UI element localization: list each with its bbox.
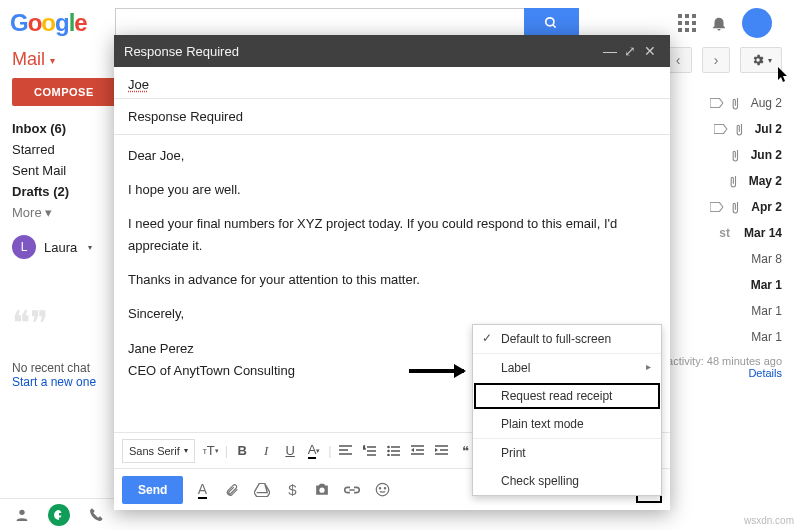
notifications-icon[interactable] bbox=[710, 14, 728, 32]
drive-icon bbox=[254, 483, 270, 497]
drive-button[interactable] bbox=[251, 479, 273, 501]
chevron-down-icon: ▾ bbox=[88, 243, 92, 252]
compose-title: Response Required bbox=[124, 44, 239, 59]
font-size-button[interactable]: тT▾ bbox=[199, 439, 223, 463]
person-icon[interactable] bbox=[14, 507, 30, 523]
search-button[interactable] bbox=[524, 8, 579, 38]
tag-icon bbox=[710, 202, 724, 212]
message-row[interactable]: Jul 2 bbox=[682, 116, 782, 142]
tag-icon bbox=[710, 98, 724, 108]
compose-header[interactable]: Response Required — ⤢ ✕ bbox=[114, 35, 670, 67]
outdent-icon bbox=[411, 445, 424, 456]
apps-icon[interactable] bbox=[678, 14, 696, 32]
menu-plaintext[interactable]: Plain text mode bbox=[473, 410, 661, 438]
svg-rect-9 bbox=[685, 28, 689, 32]
google-logo: Google bbox=[10, 9, 115, 37]
tag-icon bbox=[714, 124, 728, 134]
message-row[interactable]: Mar 1 bbox=[682, 324, 782, 350]
svg-point-31 bbox=[320, 488, 325, 493]
watermark: wsxdn.com bbox=[744, 515, 794, 526]
svg-rect-3 bbox=[685, 14, 689, 18]
link-icon bbox=[344, 485, 360, 495]
indent-button[interactable] bbox=[430, 439, 454, 463]
menu-print[interactable]: Print bbox=[473, 439, 661, 467]
attachment-icon bbox=[732, 97, 743, 110]
emoji-icon bbox=[375, 482, 390, 497]
attachment-icon bbox=[732, 201, 743, 214]
attachment-icon bbox=[732, 149, 743, 162]
to-field[interactable]: Joe bbox=[114, 67, 670, 98]
svg-rect-6 bbox=[685, 21, 689, 25]
search-icon bbox=[544, 16, 558, 30]
svg-point-0 bbox=[546, 17, 554, 25]
text-color-button[interactable]: A▾ bbox=[302, 439, 326, 463]
numlist-icon: 1 bbox=[363, 445, 376, 456]
indent-icon bbox=[435, 445, 448, 456]
message-row[interactable]: Apr 2 bbox=[682, 194, 782, 220]
link-button[interactable] bbox=[341, 479, 363, 501]
outdent-button[interactable] bbox=[406, 439, 430, 463]
user-avatar[interactable] bbox=[742, 8, 772, 38]
format-toggle-button[interactable]: A bbox=[191, 479, 213, 501]
font-select[interactable]: Sans Serif▾ bbox=[122, 439, 195, 463]
top-right-icons bbox=[678, 8, 790, 38]
emoji-button[interactable] bbox=[371, 479, 393, 501]
bullist-icon bbox=[387, 445, 400, 456]
search-box bbox=[115, 8, 678, 38]
phone-icon[interactable] bbox=[88, 507, 104, 523]
bold-button[interactable]: B bbox=[230, 439, 254, 463]
message-row[interactable]: Mar 1 bbox=[682, 298, 782, 324]
money-button[interactable]: $ bbox=[281, 479, 303, 501]
attach-button[interactable] bbox=[221, 479, 243, 501]
gear-icon bbox=[751, 53, 765, 67]
photo-button[interactable] bbox=[311, 479, 333, 501]
align-button[interactable] bbox=[334, 439, 358, 463]
pager-next-button[interactable]: › bbox=[702, 47, 730, 73]
message-row[interactable]: Jun 2 bbox=[682, 142, 782, 168]
activity-info: activity: 48 minutes ago Details bbox=[667, 355, 782, 379]
start-chat-link[interactable]: Start a new one bbox=[12, 375, 96, 389]
svg-point-19 bbox=[387, 446, 390, 449]
attachment-icon bbox=[736, 123, 747, 136]
cursor-icon bbox=[778, 67, 790, 83]
italic-button[interactable]: I bbox=[254, 439, 278, 463]
svg-rect-8 bbox=[678, 28, 682, 32]
svg-rect-7 bbox=[692, 21, 696, 25]
search-input[interactable] bbox=[115, 8, 525, 38]
menu-fullscreen[interactable]: Default to full-screen bbox=[473, 325, 661, 353]
svg-rect-5 bbox=[678, 21, 682, 25]
menu-spelling[interactable]: Check spelling bbox=[473, 467, 661, 495]
svg-point-11 bbox=[19, 509, 24, 514]
menu-read-receipt[interactable]: Request read receipt bbox=[473, 382, 661, 410]
activity-details-link[interactable]: Details bbox=[748, 367, 782, 379]
mail-dropdown[interactable]: Mail ▾ bbox=[0, 45, 130, 70]
svg-rect-4 bbox=[692, 14, 696, 18]
bullet-list-button[interactable] bbox=[382, 439, 406, 463]
send-button[interactable]: Send bbox=[122, 476, 183, 504]
menu-label[interactable]: Label bbox=[473, 354, 661, 382]
message-row[interactable]: Mar 1 bbox=[682, 272, 782, 298]
message-row[interactable]: stMar 14 bbox=[682, 220, 782, 246]
expand-button[interactable]: ⤢ bbox=[620, 43, 640, 59]
message-row[interactable]: Mar 8 bbox=[682, 246, 782, 272]
message-row[interactable]: May 2 bbox=[682, 168, 782, 194]
camera-icon bbox=[314, 483, 330, 496]
more-options-menu: Default to full-screen Label Request rea… bbox=[472, 324, 662, 496]
hangouts-icon[interactable] bbox=[48, 504, 70, 526]
numbered-list-button[interactable]: 1 bbox=[358, 439, 382, 463]
compose-button[interactable]: COMPOSE bbox=[12, 78, 116, 106]
message-date-column: Aug 2 Jul 2 Jun 2 May 2 Apr 2 stMar 14 M… bbox=[682, 90, 782, 350]
minimize-button[interactable]: — bbox=[600, 43, 620, 59]
hangouts-avatar: L bbox=[12, 235, 36, 259]
svg-rect-10 bbox=[692, 28, 696, 32]
close-button[interactable]: ✕ bbox=[640, 43, 660, 59]
align-icon bbox=[339, 445, 352, 456]
paperclip-icon bbox=[225, 482, 239, 498]
underline-button[interactable]: U bbox=[278, 439, 302, 463]
settings-gear-button[interactable]: ▾ bbox=[740, 47, 782, 73]
svg-line-1 bbox=[553, 24, 556, 27]
svg-point-33 bbox=[379, 488, 380, 489]
message-row[interactable]: Aug 2 bbox=[682, 90, 782, 116]
attachment-icon bbox=[730, 175, 741, 188]
subject-field[interactable]: Response Required bbox=[114, 99, 670, 134]
